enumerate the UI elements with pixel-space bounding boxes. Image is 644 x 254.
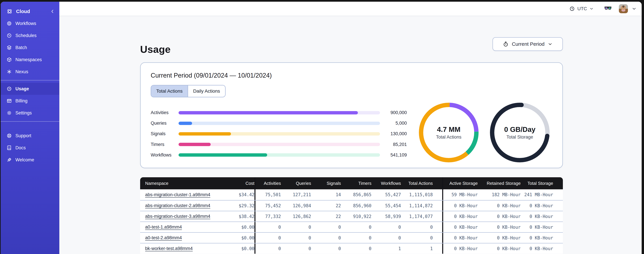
activities-cell: 75,452 — [256, 200, 281, 211]
bar-track — [178, 132, 380, 136]
sidebar-divider — [1, 80, 59, 80]
bar-value: 130,000 — [380, 131, 407, 136]
total-storage-cell: 0 KB-Hour — [521, 211, 563, 222]
card-title: Current Period (09/01/2024 — 10/01/2024) — [151, 72, 272, 79]
total-storage-cell: 241 MB-Hour — [521, 189, 563, 200]
collapse-sidebar-icon[interactable] — [50, 9, 55, 14]
namespace-link[interactable]: abs-migration-cluster-3.a98mm4 — [145, 214, 210, 219]
retained-storage-cell: 182 MB-Hour — [478, 189, 521, 200]
namespace-link[interactable]: abs-migration-cluster-1.a98mm4 — [145, 192, 210, 197]
col-cost: Cost — [217, 177, 254, 189]
workflows-cell: 0 — [372, 222, 401, 232]
sidebar-item-welcome[interactable]: Welcome — [1, 154, 59, 166]
activities-cell: 0 — [256, 233, 281, 243]
namespace-link[interactable]: abs-migration-cluster-2.a98mm4 — [145, 203, 210, 208]
queries-cell: 126,984 — [281, 200, 311, 211]
total-actions-cell: 1 — [401, 244, 442, 254]
bar-chart-row: Workflows 541,109 — [151, 150, 407, 160]
stopwatch-icon — [503, 41, 509, 47]
total-actions-donut: 4.7 MM Total Actions — [419, 103, 478, 162]
col-namespace: Namespace — [140, 177, 217, 189]
tab-daily-actions[interactable]: Daily Actions — [188, 86, 225, 97]
queries-cell: 126,862 — [281, 211, 311, 222]
bar-chart-row: Queries 5,000 — [151, 118, 407, 128]
col-timers: Timers — [341, 177, 372, 189]
signals-cell: 22 — [311, 200, 341, 211]
total-storage-value: 0 GB/Day — [504, 126, 536, 134]
table-header: Namespace Cost Activities Queries Signal… — [140, 177, 563, 189]
signals-cell: 0 — [311, 222, 341, 232]
bar-category-label: Queries — [151, 121, 178, 126]
namespace-link[interactable]: a0-test-2.a98mm4 — [145, 235, 182, 240]
sidebar-item-schedules[interactable]: Schedules — [1, 30, 59, 42]
activities-cell: 0 — [256, 244, 281, 254]
sidebar-item-support[interactable]: Support — [1, 130, 59, 142]
retained-storage-cell: 0 KB-Hour — [478, 233, 521, 243]
namespace-link[interactable]: bk-worker-test.a98mm4 — [145, 246, 193, 251]
activities-cell: 75,501 — [256, 189, 281, 200]
bar-track — [178, 111, 380, 114]
account-menu-chevron-icon[interactable] — [632, 6, 636, 11]
active-storage-cell: 0 KB-Hour — [443, 233, 478, 243]
bar-value: 900,000 — [380, 110, 407, 115]
timers-cell: 856,865 — [341, 189, 372, 200]
active-storage-cell: 0 KB-Hour — [443, 244, 478, 254]
activities-cell: 77,332 — [256, 211, 281, 222]
sidebar-item-settings[interactable]: Settings — [1, 107, 59, 119]
total-storage-label: Total Storage — [506, 134, 533, 140]
bar-category-label: Activities — [151, 110, 178, 115]
col-total-actions: Total Actions — [401, 177, 442, 189]
bar-value: 541,109 — [380, 152, 407, 158]
workflows-icon — [6, 20, 12, 26]
period-selector-button[interactable]: Current Period — [492, 37, 563, 51]
bar-category-label: Signals — [151, 131, 178, 136]
screen: Cloud Workflows Schedules Batch Namespac… — [0, 0, 644, 254]
signals-cell: 0 — [311, 233, 341, 243]
col-total-storage: Total Storage — [521, 177, 563, 189]
total-actions-cell: 0 — [401, 233, 442, 243]
topbar: UTC — [59, 2, 642, 16]
user-avatar[interactable] — [619, 4, 628, 13]
total-actions-cell: 0 — [401, 222, 442, 232]
settings-icon — [6, 110, 12, 116]
bar-fill — [178, 111, 358, 114]
cost-cell: $0.00 — [217, 233, 254, 243]
total-actions-cell: 1,114,872 — [401, 200, 442, 211]
total-actions-value: 4.7 MM — [437, 126, 460, 134]
usage-page: Usage Current Period Current Period (09/… — [59, 16, 642, 254]
sidebar-item-billing[interactable]: Billing — [1, 95, 59, 107]
workflows-cell: 55,427 — [372, 189, 401, 200]
workflows-cell: 55,454 — [372, 200, 401, 211]
queries-cell: 0 — [281, 244, 311, 254]
cost-cell: $38.42 — [217, 211, 254, 222]
total-storage-cell: 0 KB-Hour — [521, 222, 563, 232]
brand-label: Cloud — [16, 9, 30, 14]
namespace-link[interactable]: a0-test-1.a98mm4 — [145, 224, 182, 230]
sidebar-item-namespaces[interactable]: Namespaces — [1, 54, 59, 66]
review-glasses-icon[interactable] — [604, 4, 612, 13]
col-workflows: Workflows — [372, 177, 401, 189]
workflows-cell: 58,939 — [372, 211, 401, 222]
bar-fill — [178, 132, 231, 136]
sidebar-item-workflows[interactable]: Workflows — [1, 18, 59, 30]
activities-cell: 0 — [256, 222, 281, 232]
bar-value: 5,000 — [380, 121, 407, 126]
bar-track — [178, 122, 380, 125]
sidebar-item-docs[interactable]: Docs — [1, 142, 59, 154]
bar-track — [178, 153, 380, 157]
sidebar-item-nexus[interactable]: Nexus — [1, 66, 59, 78]
cost-cell: $0.00 — [217, 222, 254, 232]
table-row: bk-worker-test.a98mm4 $0.00 0 0 0 0 1 1 … — [140, 243, 563, 254]
clock-icon — [569, 6, 575, 12]
actions-bar-chart: Activities 900,000 Queries 5,000 Signals… — [151, 108, 407, 160]
sidebar-divider — [1, 121, 59, 122]
tab-total-actions[interactable]: Total Actions — [151, 86, 188, 97]
total-storage-donut: 0 GB/Day Total Storage — [490, 103, 550, 162]
sidebar-item-batch[interactable]: Batch — [1, 42, 59, 54]
actions-tabs: Total Actions Daily Actions — [151, 85, 226, 97]
cost-cell: $0.00 — [217, 244, 254, 254]
timezone-selector[interactable]: UTC — [569, 6, 594, 12]
sidebar-item-usage[interactable]: Usage — [1, 83, 59, 95]
retained-storage-cell: 0 KB-Hour — [478, 200, 521, 211]
bar-chart-row: Signals 130,000 — [151, 128, 407, 139]
